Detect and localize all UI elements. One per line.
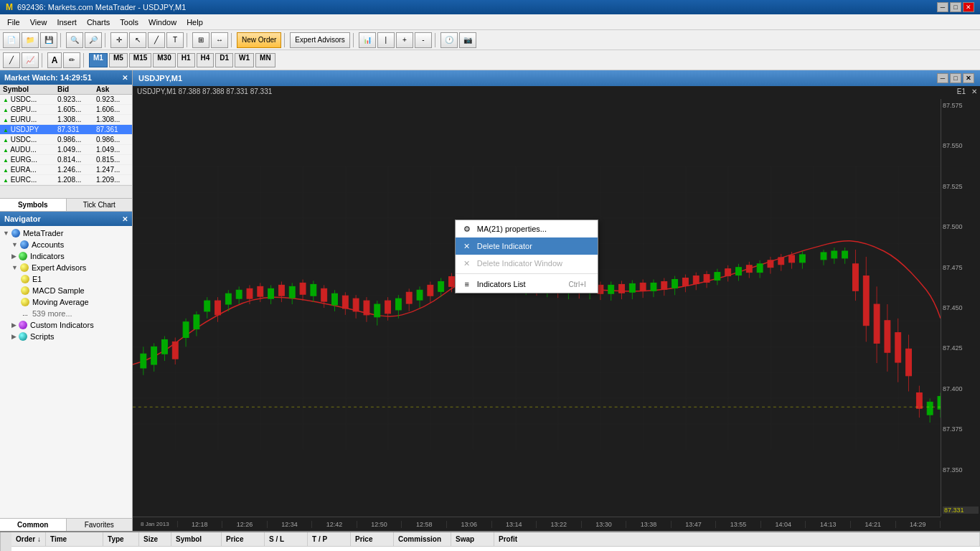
col-time[interactable]: Time [46, 532, 103, 546]
nav-ea-ma[interactable]: Moving Average [0, 296, 132, 308]
navigator-close[interactable]: ✕ [122, 215, 128, 223]
tf-mn[interactable]: MN [255, 53, 275, 67]
scroll-button[interactable]: ↔ [211, 32, 228, 48]
ctx-indicators-list[interactable]: ≡ Indicators List Ctrl+I [456, 276, 598, 293]
menu-window[interactable]: Window [144, 17, 181, 28]
nav-ea-more[interactable]: ... 539 more... [0, 308, 132, 319]
draw-button[interactable]: ✏ [63, 52, 80, 68]
col-type[interactable]: Type [103, 532, 139, 546]
col-sl[interactable]: S / L [265, 532, 308, 546]
maximize-button[interactable]: □ [950, 2, 961, 12]
tf-m30[interactable]: M30 [153, 53, 175, 67]
nav-metatrader[interactable]: ▼ MetaTrader [0, 227, 132, 239]
aa-button[interactable]: A [47, 52, 62, 68]
period-sep-button[interactable]: | [377, 32, 395, 48]
market-watch-row[interactable]: ▲ EURA... 1.246... 1.247... [0, 165, 132, 175]
svg-rect-147 [927, 402, 933, 415]
nav-ea-e1[interactable]: E1 [0, 273, 132, 285]
col-price[interactable]: Price [222, 532, 265, 546]
market-watch-close[interactable]: ✕ [122, 74, 128, 82]
market-watch-header[interactable]: Market Watch: 14:29:51 ✕ [0, 70, 132, 85]
market-watch-row[interactable]: ▲ GBPU... 1.605... 1.606... [0, 105, 132, 115]
tab-symbols[interactable]: Symbols [0, 199, 67, 211]
screenshot-button[interactable]: 📷 [459, 32, 476, 48]
save-button[interactable]: 💾 [40, 32, 57, 48]
tf-w1[interactable]: W1 [235, 53, 254, 67]
nav-scripts[interactable]: ▶ Scripts [0, 331, 132, 342]
nav-tab-common[interactable]: Common [0, 519, 67, 531]
svg-rect-55 [672, 279, 678, 288]
col-symbol[interactable]: Symbol [171, 532, 222, 546]
col-size[interactable]: Size [139, 532, 171, 546]
market-watch-row[interactable]: ▲ EURU... 1.308... 1.308... [0, 115, 132, 125]
market-watch-row[interactable]: ▲ EURG... 0.814... 0.815... [0, 155, 132, 165]
nav-accounts[interactable]: ▼ Accounts [0, 239, 132, 250]
chart-close-btn[interactable]: ✕ [963, 73, 974, 83]
app-icon: M [6, 2, 13, 12]
market-watch-resize[interactable] [0, 185, 132, 198]
ctx-ma-properties[interactable]: ⚙ MA(21) properties... [456, 220, 598, 237]
market-watch-row[interactable]: ▲ USDJPY 87.331 87.361 [0, 125, 132, 135]
nav-ea[interactable]: ▼ Expert Advisors [0, 262, 132, 273]
menu-view[interactable]: View [26, 17, 52, 28]
close-button[interactable]: ✕ [963, 2, 974, 12]
menu-file[interactable]: File [3, 17, 24, 28]
line-button[interactable]: ╱ [148, 32, 165, 48]
market-watch-row[interactable]: ▲ USDC... 0.923... 0.923... [0, 95, 132, 105]
tf-m5[interactable]: M5 [109, 53, 128, 67]
tf-m1[interactable]: M1 [89, 53, 108, 67]
custom-expand-icon: ▶ [11, 321, 17, 329]
col-price2[interactable]: Price [351, 532, 394, 546]
crosshair-button[interactable]: ✛ [110, 32, 128, 48]
menu-tools[interactable]: Tools [116, 17, 143, 28]
ctx-delete-indicator[interactable]: ✕ Delete Indicator [456, 237, 598, 255]
col-commission[interactable]: Commission [394, 532, 451, 546]
minimize-button[interactable]: ─ [937, 2, 948, 12]
menu-help[interactable]: Help [182, 17, 207, 28]
nav-ea-macd[interactable]: MACD Sample [0, 285, 132, 296]
menu-insert[interactable]: Insert [52, 17, 81, 28]
tf-h1[interactable]: H1 [177, 53, 195, 67]
svg-rect-85 [353, 298, 359, 311]
e1-overlay-close[interactable]: ✕ [971, 88, 977, 95]
col-tp[interactable]: T / P [308, 532, 351, 546]
market-watch-row[interactable]: ▲ USDC... 0.986... 0.986... [0, 135, 132, 145]
navigator-header[interactable]: Navigator ✕ [0, 212, 132, 226]
tab-tick-chart[interactable]: Tick Chart [67, 199, 133, 211]
market-watch: Market Watch: 14:29:51 ✕ Symbol Bid Ask … [0, 70, 132, 212]
tf-m15[interactable]: M15 [129, 53, 151, 67]
col-order[interactable]: Order ↓ [11, 532, 46, 546]
col-swap[interactable]: Swap [451, 532, 494, 546]
market-watch-row[interactable]: ▲ AUDU... 1.049... 1.049... [0, 145, 132, 155]
arrow-button[interactable]: ↖ [129, 32, 146, 48]
indicator-button[interactable]: 📈 [22, 52, 39, 68]
tf-h4[interactable]: H4 [197, 53, 215, 67]
tf-d1[interactable]: D1 [215, 53, 233, 67]
clock-button[interactable]: 🕐 [440, 32, 458, 48]
line-studies-button[interactable]: ╱ [3, 52, 20, 68]
zoom-in-button[interactable]: 🔍 [66, 32, 83, 48]
history-button[interactable]: 📊 [359, 32, 376, 48]
svg-rect-145 [853, 264, 859, 291]
tf-sep2 [83, 53, 86, 67]
col-profit[interactable]: Profit [494, 532, 980, 546]
chart-restore-btn[interactable]: □ [950, 73, 961, 83]
nav-custom[interactable]: ▶ Custom Indicators [0, 319, 132, 331]
nav-tab-favorites[interactable]: Favorites [67, 519, 133, 531]
chart-zoom-button[interactable]: ⊞ [192, 32, 209, 48]
zoom-in2-button[interactable]: + [396, 32, 413, 48]
new-order-button[interactable]: New Order [237, 32, 281, 48]
chart-minimize-btn[interactable]: ─ [937, 73, 948, 83]
expert-advisors-button[interactable]: Expert Advisors [290, 32, 349, 48]
menu-charts[interactable]: Charts [83, 17, 114, 28]
nav-indicators[interactable]: ▶ Indicators [0, 250, 132, 262]
zoom-out2-button[interactable]: - [415, 32, 432, 48]
new-chart-button[interactable]: 📄 [3, 32, 20, 48]
ma-icon [20, 297, 30, 307]
market-watch-row[interactable]: ▲ EURC... 1.208... 1.209... [0, 175, 132, 185]
svg-rect-141 [906, 349, 912, 376]
zoom-out-button[interactable]: 🔎 [85, 32, 102, 48]
toolbar-1: 📄 📁 💾 🔍 🔎 ✛ ↖ ╱ T ⊞ ↔ New Order Expert A… [0, 30, 980, 50]
text-button[interactable]: T [166, 32, 184, 48]
open-button[interactable]: 📁 [22, 32, 39, 48]
